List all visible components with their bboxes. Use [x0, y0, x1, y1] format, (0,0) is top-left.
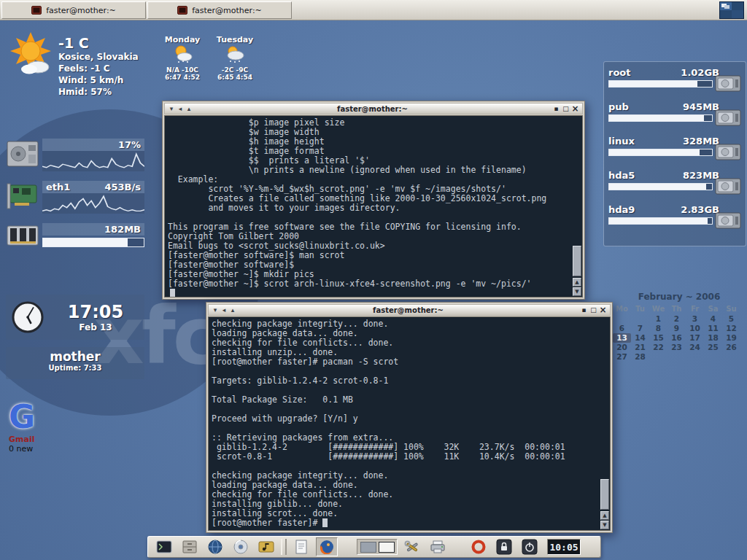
cd-disc-icon [233, 540, 248, 554]
lock-screen-button[interactable] [493, 537, 515, 556]
calendar-day: 11 [704, 324, 722, 333]
titlebar-menu-up-icon[interactable]: ▴ [185, 105, 193, 112]
calendar-day: 9 [667, 324, 686, 333]
maximize-button[interactable]: □ [561, 104, 570, 113]
hard-disk-icon [715, 211, 741, 230]
scroll-up-button[interactable]: ▲ [600, 511, 609, 520]
panel-clock[interactable]: 10:05 [547, 539, 581, 555]
notes-launcher[interactable] [290, 537, 312, 556]
scroll-up-button[interactable]: ▲ [573, 278, 581, 287]
terminal-window-2: ▾ ◂ ▴ faster@mother:~ ▪ □ × checking pac… [206, 302, 613, 533]
ram-usage-bar [42, 238, 144, 247]
disk-size: 1.02GB [681, 67, 719, 78]
file-manager-launcher[interactable] [179, 537, 201, 556]
workspace-pager[interactable] [357, 539, 398, 555]
hard-disk-icon [715, 74, 741, 93]
forecast-day-tuesday: Tuesday -2C -9C 6:45 4:54 [209, 35, 261, 81]
calendar-day-selected: 13 [613, 333, 631, 343]
red-ring-icon [471, 540, 486, 554]
media-player-launcher[interactable] [255, 537, 277, 556]
calendar-day-empty [631, 314, 649, 324]
cpu-monitor-widget: 17% [6, 139, 144, 171]
calendar-day-empty [667, 352, 686, 362]
calendar-day: 18 [704, 333, 722, 343]
terminal-icon [156, 540, 172, 553]
titlebar-menu-left-icon[interactable]: ◂ [176, 105, 185, 112]
calendar-day: 16 [667, 333, 686, 343]
titlebar-menu-left-icon[interactable]: ◂ [220, 306, 228, 314]
cd-player-launcher[interactable] [230, 537, 252, 556]
weather-feels: Feels: -1 C [58, 63, 139, 74]
scroll-down-button[interactable]: ▼ [600, 521, 609, 529]
printer-icon [430, 540, 446, 553]
panel-handle[interactable] [281, 539, 287, 555]
terminal-screen[interactable]: $p image pixel size $w image width $h im… [164, 115, 583, 298]
calendar-day: 21 [631, 343, 649, 352]
scroll-down-button[interactable]: ▼ [573, 287, 581, 296]
close-button[interactable]: × [598, 306, 608, 314]
disk-size: 2.83GB [681, 204, 719, 215]
network-monitor-widget: eth1 453B/s [6, 181, 144, 214]
hostname-label: mother [6, 349, 144, 364]
maximize-button[interactable]: □ [589, 306, 598, 314]
scrollbar-thumb[interactable] [600, 479, 609, 510]
calendar-day: 2 [667, 314, 686, 324]
titlebar[interactable]: ▾ ◂ ▴ faster@mother:~ ▪ □ × [208, 304, 611, 316]
workspace-switcher[interactable] [719, 1, 744, 19]
cpu-usage-label: 17% [118, 139, 141, 150]
calendar-day: 6 [613, 324, 631, 333]
disk-panel: root1.02GBpub945MBlinux328MBhda5823MBhda… [603, 61, 746, 246]
settings-launcher[interactable] [401, 537, 423, 556]
scrollbar-thumb[interactable] [573, 246, 581, 276]
workspace-1[interactable] [360, 542, 376, 553]
calendar-day: 20 [613, 343, 631, 352]
calendar-day: 8 [649, 324, 667, 333]
tools-icon [404, 540, 420, 554]
workspace-grid-icon [720, 2, 743, 18]
web-browser-launcher[interactable] [204, 537, 226, 556]
firefox-launcher[interactable] [316, 537, 338, 556]
hard-disk-icon [715, 108, 741, 128]
close-button[interactable]: × [570, 104, 580, 113]
disk-size: 328MB [683, 136, 719, 147]
clock-widget: 17:05 Feb 13 [6, 295, 144, 340]
music-player-launcher[interactable] [468, 537, 489, 556]
terminal-screen[interactable]: checking package integrity... done. load… [208, 316, 611, 531]
printer-launcher[interactable] [427, 537, 449, 556]
gmail-widget[interactable]: G Gmail 0 new [9, 400, 74, 454]
workspace-2-active[interactable] [379, 542, 395, 553]
task-button-1[interactable]: faster@mother:~ [1, 1, 146, 19]
disk-row: pub945MB [608, 101, 741, 136]
minimize-button[interactable]: ▪ [579, 306, 589, 314]
terminal-launcher[interactable] [153, 537, 175, 556]
terminal-icon [177, 6, 187, 15]
terminal-window-1: ▾ ◂ ▴ faster@mother:~ ▪ □ × $p image pix… [162, 101, 585, 300]
terminal-icon [31, 6, 42, 15]
minimize-button[interactable]: ▪ [551, 104, 561, 113]
titlebar-menu-down-icon[interactable]: ▾ [167, 105, 176, 112]
disk-name: root [608, 67, 631, 78]
net-interface-label: eth1 [46, 182, 70, 192]
task-button-2[interactable]: faster@mother:~ [147, 1, 292, 19]
file-cabinet-icon [182, 540, 198, 553]
calendar-day: 25 [704, 343, 722, 352]
disk-name: pub [608, 101, 629, 112]
uptime-label: Uptime: 7:33 [6, 364, 144, 372]
net-graph [42, 193, 144, 214]
titlebar-menu-up-icon[interactable]: ▴ [228, 306, 237, 314]
firefox-icon [320, 540, 334, 554]
titlebar[interactable]: ▾ ◂ ▴ faster@mother:~ ▪ □ × [164, 103, 583, 114]
calendar-day-header: Th [667, 305, 686, 314]
forecast-temps: -2C -9C [209, 66, 261, 74]
calendar-day-empty [686, 352, 704, 362]
weather-location: Kosice, Slovakia [58, 51, 139, 63]
calendar-day-header: We [649, 305, 667, 314]
titlebar-menu-down-icon[interactable]: ▾ [211, 306, 220, 314]
date-label: Feb 13 [51, 322, 140, 332]
top-taskbar: faster@mother:~ faster@mother:~ [0, 0, 747, 20]
calendar-day-empty [704, 352, 722, 362]
quit-button[interactable] [519, 537, 541, 556]
sun-cloud-icon [7, 32, 54, 77]
weather-humidity: Hmid: 57% [58, 86, 139, 98]
disk-usage-bar [608, 217, 713, 225]
